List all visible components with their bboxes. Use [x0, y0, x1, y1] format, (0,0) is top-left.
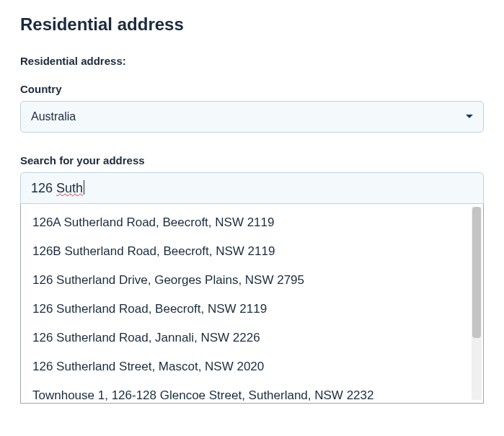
- country-select[interactable]: Australia: [20, 101, 484, 133]
- suggestion-item[interactable]: 126B Sutherland Road, Beecroft, NSW 2119: [21, 237, 483, 266]
- suggestion-item[interactable]: Townhouse 1, 126-128 Glencoe Street, Sut…: [21, 381, 483, 404]
- country-value: Australia: [31, 110, 76, 123]
- page-title: Residential address: [20, 14, 484, 35]
- address-search-label: Search for your address: [20, 154, 484, 166]
- scrollbar-thumb[interactable]: [472, 207, 481, 338]
- suggestion-item[interactable]: 126 Sutherland Road, Beecroft, NSW 2119: [21, 295, 483, 324]
- text-cursor: [84, 180, 84, 195]
- country-label: Country: [20, 83, 484, 95]
- address-suggestions-dropdown: 126A Sutherland Road, Beecroft, NSW 2119…: [20, 204, 484, 404]
- suggestion-item[interactable]: 126 Sutherland Drive, Georges Plains, NS…: [21, 266, 483, 295]
- address-search-input[interactable]: 126 Suth: [20, 172, 484, 204]
- suggestion-item[interactable]: 126 Sutherland Road, Jannali, NSW 2226: [21, 324, 483, 352]
- suggestion-item[interactable]: 126 Sutherland Street, Mascot, NSW 2020: [21, 352, 483, 381]
- search-input-text: 126 Suth: [31, 181, 83, 196]
- section-label: Residential address:: [20, 55, 484, 67]
- scrollbar[interactable]: [472, 207, 482, 400]
- suggestion-item[interactable]: 126A Sutherland Road, Beecroft, NSW 2119: [21, 208, 483, 237]
